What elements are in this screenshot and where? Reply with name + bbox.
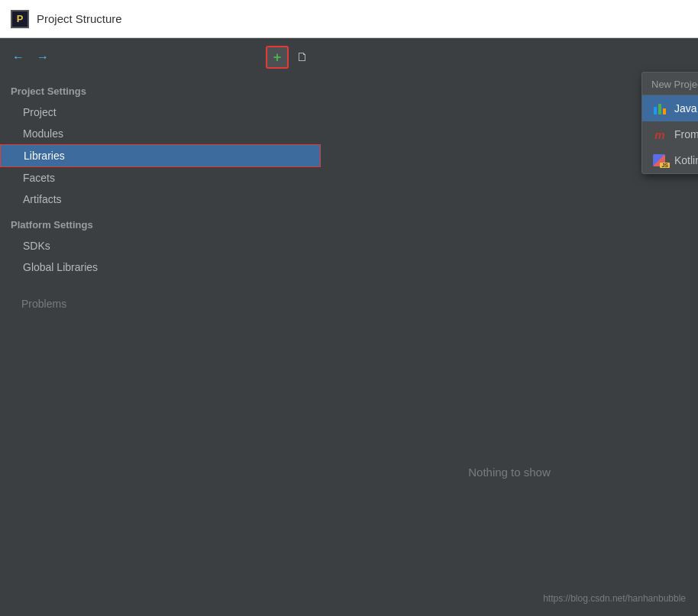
- add-button-wrapper: +: [266, 46, 289, 69]
- app-icon: P: [11, 10, 29, 28]
- sidebar-item-modules[interactable]: Modules: [0, 123, 321, 144]
- kotlin-icon: JS: [651, 153, 668, 167]
- new-library-dropdown: New Project Library Java m From Maven...: [641, 72, 698, 174]
- kotlin-label: Kotlin/JS: [674, 154, 698, 166]
- dropdown-item-java[interactable]: Java: [642, 95, 698, 121]
- main-container: ← → + 🗋 Project Settings Project Modules…: [0, 38, 698, 616]
- watermark: https://blog.csdn.net/hanhanbubble: [543, 593, 686, 604]
- sidebar-item-project[interactable]: Project: [0, 102, 321, 123]
- java-label: Java: [674, 102, 697, 114]
- toolbar: ← → + 🗋: [0, 38, 321, 76]
- title-bar: P Project Structure: [0, 0, 698, 38]
- platform-settings-label: Platform Settings: [0, 210, 321, 235]
- back-button[interactable]: ←: [8, 47, 29, 68]
- empty-message: Nothing to show: [468, 466, 551, 479]
- maven-label: From Maven...: [674, 128, 698, 140]
- maven-icon: m: [651, 127, 668, 141]
- sidebar-item-libraries[interactable]: Libraries: [0, 144, 321, 167]
- dropdown-header: New Project Library: [642, 73, 698, 95]
- content-area: New Project Library Java m From Maven...: [321, 38, 698, 616]
- dropdown-item-maven[interactable]: m From Maven...: [642, 121, 698, 147]
- copy-button[interactable]: 🗋: [292, 47, 313, 68]
- sidebar-item-artifacts[interactable]: Artifacts: [0, 189, 321, 210]
- problems-label[interactable]: Problems: [11, 293, 310, 314]
- java-icon: [651, 102, 668, 115]
- sidebar-item-global-libraries[interactable]: Global Libraries: [0, 256, 321, 278]
- dropdown-item-kotlin[interactable]: JS Kotlin/JS: [642, 147, 698, 173]
- add-library-button[interactable]: +: [266, 46, 289, 69]
- forward-button[interactable]: →: [32, 47, 53, 68]
- project-settings-label: Project Settings: [0, 76, 321, 102]
- sidebar-item-facets[interactable]: Facets: [0, 167, 321, 189]
- sidebar: ← → + 🗋 Project Settings Project Modules…: [0, 38, 321, 616]
- window-title: Project Structure: [37, 12, 122, 25]
- sidebar-item-sdks[interactable]: SDKs: [0, 235, 321, 256]
